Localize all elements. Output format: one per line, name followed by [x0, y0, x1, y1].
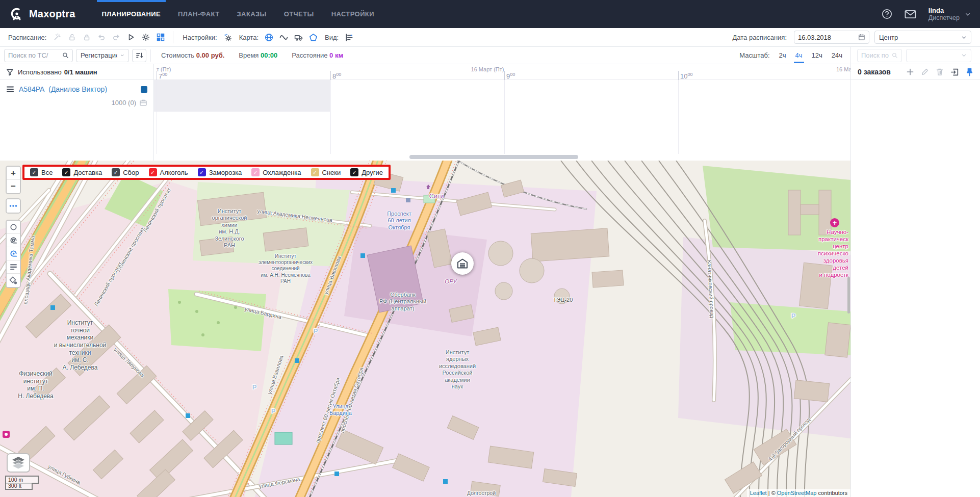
activate-wand-icon[interactable]	[50, 31, 63, 44]
map-filter-frozen[interactable]: ✓Заморозка	[198, 168, 242, 176]
layers-icon	[11, 456, 25, 469]
map-stop-marker[interactable]	[391, 188, 396, 193]
circle-select-button[interactable]	[7, 221, 20, 234]
vehicle-search-input[interactable]	[8, 51, 60, 59]
filter-funnel-icon[interactable]	[6, 68, 14, 76]
cost-label: Стоимость	[161, 51, 194, 59]
depot-select[interactable]: Центр	[874, 31, 971, 44]
poi-marker-icon	[3, 431, 10, 438]
route-lasso-button[interactable]	[7, 247, 20, 260]
user-menu[interactable]: linda Диспетчер	[929, 7, 971, 22]
checkbox-checked-icon[interactable]: ✓	[311, 168, 319, 176]
map-stop-marker[interactable]	[186, 413, 190, 418]
zoom-in-button[interactable]: +	[7, 167, 20, 180]
depot-select-value: Центр	[879, 34, 898, 41]
traffic-globe-icon[interactable]	[263, 31, 275, 44]
schedule-date-field[interactable]	[794, 31, 869, 44]
checkbox-checked-icon[interactable]: ✓	[251, 168, 260, 176]
map-filter-snacks[interactable]: ✓Снеки	[311, 168, 341, 176]
checkbox-checked-icon[interactable]: ✓	[112, 168, 120, 176]
add-order-icon[interactable]	[906, 68, 914, 76]
order-search-box[interactable]	[857, 49, 902, 62]
settings-gears-icon[interactable]	[221, 31, 234, 44]
gear-icon[interactable]	[139, 31, 152, 44]
autoplan-grid-icon[interactable]	[154, 31, 167, 44]
tab-planning[interactable]: ПЛАНИРОВАНИЕ	[102, 0, 161, 28]
map-filter-all[interactable]: ✓Все	[30, 168, 53, 176]
checkbox-checked-icon[interactable]: ✓	[62, 168, 70, 176]
checkbox-checked-icon[interactable]: ✓	[149, 168, 157, 176]
sort-button[interactable]	[132, 49, 146, 62]
order-filter-select[interactable]	[906, 49, 971, 62]
undo-icon[interactable]	[95, 31, 108, 44]
brand[interactable]: Maxoptra	[9, 7, 75, 22]
timeline-scrollbar-thumb[interactable]	[409, 155, 578, 159]
leaflet-link[interactable]: Leaflet	[750, 490, 767, 496]
edit-order-icon[interactable]	[921, 68, 929, 76]
map-stop-marker[interactable]	[443, 479, 448, 484]
order-search-input[interactable]	[861, 51, 889, 59]
checkbox-checked-icon[interactable]: ✓	[198, 168, 206, 176]
checkbox-checked-icon[interactable]: ✓	[350, 168, 358, 176]
mail-icon[interactable]	[905, 10, 916, 19]
route-wave-icon[interactable]	[277, 31, 290, 44]
gantt-timeline[interactable]: т (Пт)16 Март (Пт)16 Мар7008009001000	[154, 64, 850, 161]
map-layers-button[interactable]	[7, 453, 30, 473]
pin-orders-icon[interactable]	[966, 68, 973, 76]
map-stop-marker[interactable]	[334, 472, 339, 476]
checkbox-checked-icon[interactable]: ✓	[30, 168, 38, 176]
map-filter-other[interactable]: ✓Другие	[350, 168, 383, 176]
tab-plan-fact[interactable]: ПЛАН-ФАКТ	[178, 0, 220, 28]
unlock-icon[interactable]	[65, 31, 78, 44]
map-filter-pickup[interactable]: ✓Сбор	[112, 168, 139, 176]
vehicle-row[interactable]: А584РА (Данилов Виктор)	[0, 80, 153, 95]
delete-order-icon[interactable]	[936, 68, 944, 76]
main-navigation: ПЛАНИРОВАНИЕ ПЛАН-ФАКТ ЗАКАЗЫ ОТЧЕТЫ НАС…	[102, 0, 374, 28]
help-icon[interactable]	[882, 9, 892, 19]
vehicle-plate-link[interactable]: А584РА (Данилов Виктор)	[19, 85, 107, 93]
timeline-hour-label: 1000	[680, 72, 692, 80]
timeline-gridline	[157, 80, 157, 154]
registration-select[interactable]: Регистрационн...	[76, 49, 129, 62]
osm-link[interactable]: OpenStreetMap	[777, 490, 817, 496]
vehicle-color-square[interactable]	[141, 86, 147, 93]
map-canvas[interactable]: СитиПроспект 60-летия ОктябряИнститут ор…	[0, 161, 850, 497]
hospital-marker-icon: +	[830, 218, 839, 227]
tab-orders[interactable]: ЗАКАЗЫ	[237, 0, 267, 28]
map-list-button[interactable]	[7, 260, 20, 274]
navbar-right: linda Диспетчер	[882, 7, 971, 22]
vehicle-search-box[interactable]	[4, 49, 73, 62]
run-planning-icon[interactable]	[124, 31, 137, 44]
tab-reports[interactable]: ОТЧЕТЫ	[284, 0, 314, 28]
scale-4h[interactable]: 4ч	[795, 51, 803, 59]
tab-settings[interactable]: НАСТРОЙКИ	[331, 0, 374, 28]
depot-marker[interactable]	[451, 252, 474, 275]
map-filter-chilled[interactable]: ✓Охлажденка	[251, 168, 301, 176]
search-icon[interactable]	[62, 51, 69, 59]
import-orders-icon[interactable]	[950, 68, 959, 76]
map-filter-alcohol[interactable]: ✓Алкоголь	[149, 168, 188, 176]
map-polygon-button[interactable]	[7, 274, 20, 287]
map-stop-marker[interactable]	[406, 198, 410, 202]
vehicles-on-map-icon[interactable]	[292, 31, 305, 44]
drag-handle-icon[interactable]	[6, 86, 14, 93]
map-filter-delivery[interactable]: ✓Доставка	[62, 168, 102, 176]
calendar-icon[interactable]	[858, 33, 865, 41]
map-more-button[interactable]	[7, 199, 20, 213]
map-stop-marker[interactable]	[295, 358, 299, 363]
zoom-out-button[interactable]: −	[7, 180, 20, 193]
map-stop-marker[interactable]	[50, 305, 55, 310]
scale-2h[interactable]: 2ч	[779, 51, 786, 59]
lasso-select-button[interactable]	[7, 234, 20, 247]
view-gantt-icon[interactable]	[343, 31, 355, 44]
map-scrollbar[interactable]	[847, 277, 850, 313]
map-stop-marker[interactable]	[360, 253, 365, 258]
scale-12h[interactable]: 12ч	[812, 51, 822, 59]
redo-icon[interactable]	[110, 31, 122, 44]
date-input[interactable]	[798, 34, 856, 41]
toolbar-divider	[150, 49, 151, 62]
timeline-hour-label: 700	[159, 72, 167, 80]
lock-icon[interactable]	[80, 31, 93, 44]
zones-pentagon-icon[interactable]	[307, 31, 320, 44]
scale-24h[interactable]: 24ч	[832, 51, 842, 59]
